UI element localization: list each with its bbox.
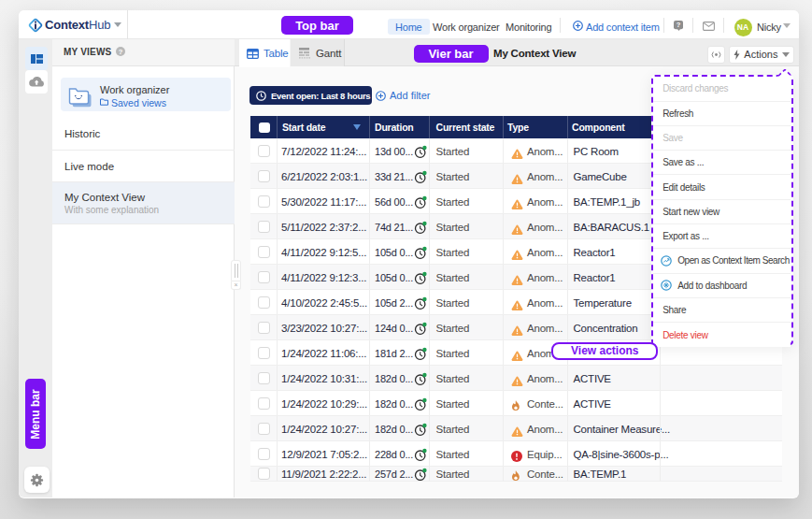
svg-text:?: ? bbox=[677, 21, 681, 29]
